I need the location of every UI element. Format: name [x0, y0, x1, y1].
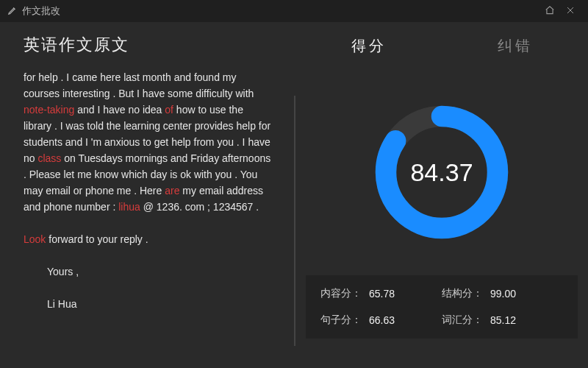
sub-structure: 结构分： 99.00	[442, 287, 563, 300]
close-button[interactable]	[560, 6, 581, 17]
home-button[interactable]	[539, 5, 560, 18]
essay-heading: 英语作文原文	[24, 34, 273, 56]
tabs: 得分 纠错	[295, 22, 588, 69]
sub-label: 结构分：	[442, 287, 483, 300]
pen-icon	[7, 5, 18, 18]
tab-score[interactable]: 得分	[295, 36, 442, 56]
home-icon	[545, 5, 555, 15]
score-gauge: 84.37	[372, 102, 512, 242]
essay-body: for help . I came here last month and fo…	[24, 69, 273, 364]
sub-content: 内容分： 65.78	[320, 287, 442, 300]
sub-vocab: 词汇分： 85.12	[442, 314, 563, 327]
sub-label: 词汇分：	[442, 314, 483, 327]
gauge-wrap: 84.37	[295, 69, 588, 275]
sub-value: 66.63	[369, 314, 395, 326]
main: 英语作文原文 for help . I came here last month…	[0, 22, 588, 368]
sub-scores: 内容分： 65.78 结构分： 99.00 句子分： 66.63 词汇分： 85…	[306, 275, 578, 339]
sub-value: 99.00	[490, 288, 516, 300]
sub-value: 85.12	[490, 314, 516, 326]
sub-label: 句子分：	[320, 314, 362, 327]
titlebar: 作文批改	[0, 0, 588, 22]
sub-sentence: 句子分： 66.63	[320, 314, 442, 327]
left-panel: 英语作文原文 for help . I came here last month…	[0, 22, 294, 368]
close-icon	[566, 6, 575, 15]
tab-correct[interactable]: 纠错	[442, 36, 588, 56]
sub-label: 内容分：	[320, 287, 362, 300]
sub-value: 65.78	[369, 288, 395, 300]
score-total: 84.37	[372, 102, 512, 242]
right-panel: 得分 纠错 84.37 内容分： 65.78 结构分： 99.00 句	[295, 22, 588, 368]
window-title: 作文批改	[22, 4, 60, 18]
